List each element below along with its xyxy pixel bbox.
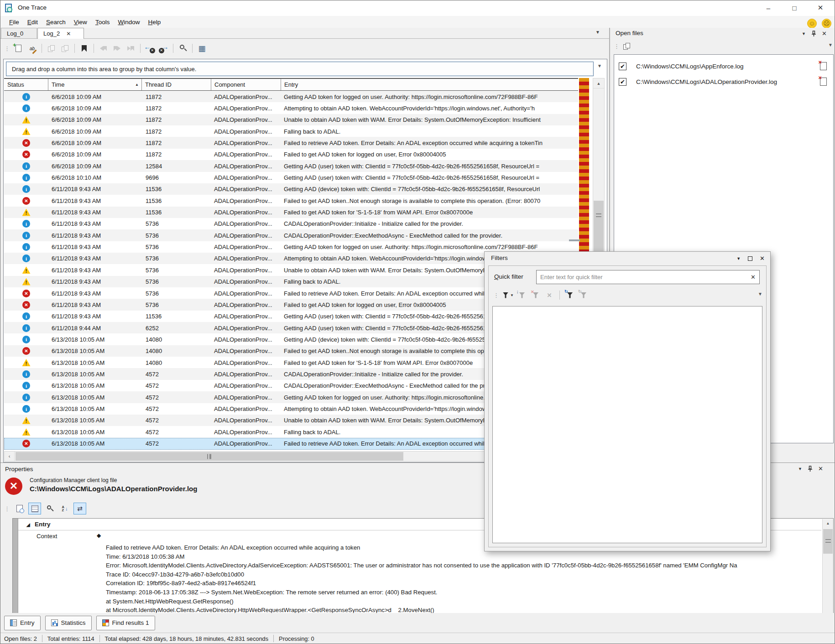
open-file-icon[interactable] (623, 43, 631, 50)
menu-view[interactable]: View (70, 17, 91, 27)
grid-overflow-icon[interactable]: ▼ (597, 63, 602, 68)
column-chooser-icon[interactable]: ▦ (196, 43, 208, 54)
menu-edit[interactable]: Edit (23, 17, 42, 27)
open-file-row[interactable]: ✔C:\Windows\CCM\Logs\ADALOperationProvid… (614, 74, 833, 89)
column-header-time[interactable]: Time▲ (48, 79, 142, 90)
pin-icon[interactable] (811, 31, 816, 37)
vertical-scrollbar-thumb[interactable] (594, 201, 604, 252)
sort-az-icon[interactable]: AZ↓ (58, 503, 71, 514)
toolbar-grip[interactable]: ⋮ (4, 45, 9, 52)
tab-overflow-icon[interactable]: ▼ (595, 30, 600, 35)
next-error-icon[interactable]: →✕ (157, 43, 170, 54)
minimize-button[interactable]: – (756, 0, 781, 15)
file-checkbox[interactable]: ✔ (619, 62, 626, 70)
menu-tools[interactable]: Tools (91, 17, 114, 27)
menu-search[interactable]: Search (42, 17, 70, 27)
group-by-bar[interactable]: Drag and drop a column into this area to… (6, 62, 594, 76)
maximize-icon[interactable] (748, 256, 752, 261)
thread-id-cell: 11536 (142, 313, 211, 320)
pin-icon[interactable] (808, 466, 813, 472)
panel-menu-icon[interactable]: ▼ (802, 31, 806, 36)
window-menu-icon[interactable]: ▼ (736, 256, 741, 261)
raw-view-icon[interactable]: ⇄ (73, 503, 86, 514)
remove-file-icon[interactable] (820, 62, 827, 70)
tab-log-0[interactable]: Log_0 (1, 28, 37, 39)
status-warning-icon: ! (22, 128, 31, 135)
apply-filter-icon[interactable]: ↻ (564, 290, 575, 301)
feedback-smile-icon[interactable]: ☺ (807, 19, 817, 28)
log-row[interactable]: i6/6/2018 10:09 AM12584ADALOperationProv… (4, 160, 578, 172)
log-row[interactable]: !6/11/2018 9:43 AM11536ADALOperationProv… (4, 207, 578, 218)
vertical-scrollbar[interactable]: ▲ (593, 78, 605, 252)
clear-quick-filter-icon[interactable]: ✕ (751, 274, 756, 280)
column-header-entry[interactable]: Entry (281, 79, 578, 90)
log-row[interactable]: !6/6/2018 10:09 AM11872ADALOperationProv… (4, 114, 578, 126)
toolbar-overflow-icon[interactable]: ▼ (758, 291, 762, 296)
log-heatmap-minimap[interactable] (579, 78, 589, 252)
previous-bookmark-icon[interactable] (97, 43, 110, 54)
column-header-thread-id[interactable]: Thread ID (142, 79, 211, 90)
scrollbar-thumb[interactable] (823, 529, 833, 554)
menu-file[interactable]: File (5, 17, 23, 27)
add-filter-dropdown-icon[interactable]: ▼ (503, 290, 514, 301)
log-row[interactable]: i6/11/2018 9:43 AM5736ADALOperationProv.… (4, 229, 578, 241)
filter-info-icon[interactable]: i (517, 290, 527, 301)
menu-help[interactable]: Help (144, 17, 165, 27)
collapse-triangle-icon[interactable]: ◢ (26, 522, 30, 527)
panel-close-icon[interactable]: ✕ (822, 30, 827, 37)
toolbar-grip[interactable]: ⋮ (493, 292, 498, 299)
column-header-component[interactable]: Component (211, 79, 281, 90)
report-icon[interactable] (13, 503, 26, 514)
open-file-row[interactable]: ✔C:\Windows\CCM\Logs\AppEnforce.log (614, 58, 833, 74)
close-button[interactable]: ✕ (808, 0, 833, 15)
find-icon[interactable] (177, 43, 189, 54)
maximize-button[interactable]: □ (782, 0, 807, 15)
scroll-up-icon[interactable]: ▲ (593, 78, 604, 88)
category-view-icon[interactable] (28, 503, 41, 514)
log-row[interactable]: ✕6/11/2018 9:43 AM11536ADALOperationProv… (4, 195, 578, 207)
copy-alt-icon[interactable] (59, 43, 71, 54)
bottom-tab-find-results-1[interactable]: Find results 1 (96, 616, 155, 630)
quick-filter-input[interactable] (536, 270, 760, 284)
bottom-tab-statistics[interactable]: Statistics (45, 616, 92, 630)
bottom-tab-entry[interactable]: Entry (4, 616, 41, 630)
feedback-frown-icon[interactable]: ☹ (822, 19, 831, 28)
previous-error-icon[interactable]: ←✕ (144, 43, 156, 54)
toolbar-grip[interactable]: ⋮ (614, 43, 619, 50)
properties-scrollbar[interactable]: ▲ (822, 519, 833, 613)
tab-close-icon[interactable]: ✕ (66, 31, 71, 37)
remove-file-icon[interactable] (820, 78, 827, 86)
find-view-icon[interactable] (43, 503, 56, 514)
tab-log-2[interactable]: Log_2 ✕ (37, 28, 84, 39)
column-splitter-icon[interactable]: ◆ (97, 532, 101, 539)
log-row[interactable]: !6/6/2018 10:09 AM11872ADALOperationProv… (4, 125, 578, 137)
panel-menu-icon[interactable]: ▼ (798, 467, 802, 471)
add-log-icon[interactable]: + (12, 43, 25, 54)
scroll-left-icon[interactable]: ‹ (5, 452, 15, 461)
copy-icon[interactable] (45, 43, 57, 54)
reset-filter-icon[interactable]: ↻ (578, 290, 589, 301)
panel-close-icon[interactable]: ✕ (818, 465, 823, 472)
scroll-up-icon[interactable]: ▲ (823, 519, 833, 528)
log-row[interactable]: i6/6/2018 10:09 AM11872ADALOperationProv… (4, 91, 578, 103)
toolbar-overflow-icon[interactable]: ▼ (828, 42, 833, 47)
log-row[interactable]: ✕6/6/2018 10:09 AM11872ADALOperationProv… (4, 137, 578, 149)
close-icon[interactable]: ✕ (760, 255, 765, 262)
bookmark-icon[interactable] (78, 43, 90, 54)
horizontal-scrollbar-thumb[interactable] (16, 452, 403, 461)
status-error-icon: ✕ (22, 301, 30, 309)
clear-bookmarks-icon[interactable] (125, 43, 137, 54)
file-checkbox[interactable]: ✔ (619, 78, 626, 86)
log-row[interactable]: i6/6/2018 10:09 AM11872ADALOperationProv… (4, 102, 578, 114)
log-row[interactable]: i6/6/2018 10:10 AM9696ADALOperationProv.… (4, 172, 578, 184)
next-bookmark-icon[interactable] (111, 43, 123, 54)
log-row[interactable]: ✕6/6/2018 10:09 AM11872ADALOperationProv… (4, 149, 578, 161)
log-row[interactable]: i6/11/2018 9:43 AM11536ADALOperationProv… (4, 183, 578, 195)
toolbar-grip[interactable]: ⋮ (4, 505, 9, 512)
remove-filter-icon[interactable]: ✕ (530, 290, 541, 301)
highlight-icon[interactable]: ab (26, 43, 38, 54)
column-header-status[interactable]: Status (4, 79, 48, 90)
log-row[interactable]: i6/11/2018 9:43 AM5736ADALOperationProv.… (4, 218, 578, 230)
menu-window[interactable]: Window (114, 17, 144, 27)
clear-filters-icon[interactable]: ✕ (544, 290, 555, 301)
